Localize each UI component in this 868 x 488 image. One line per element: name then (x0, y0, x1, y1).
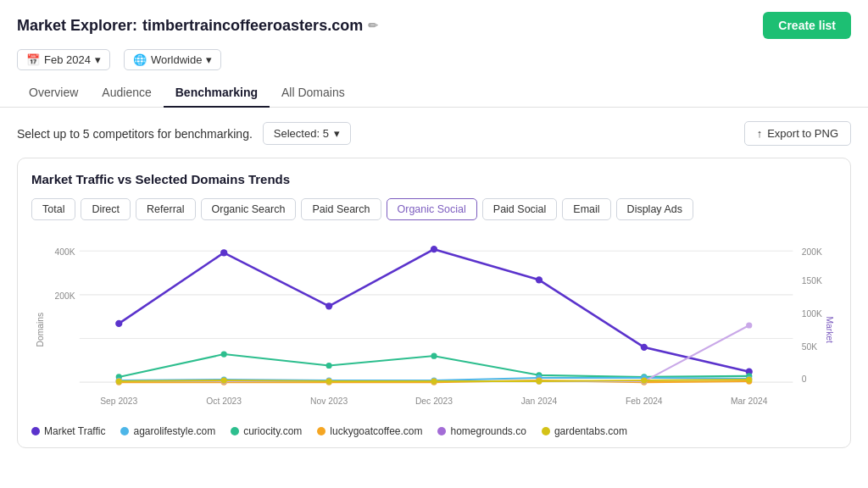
title-prefix: Market Explorer: (17, 17, 137, 35)
legend-lucky: luckygoatcoffee.com (317, 425, 422, 437)
svg-text:Oct 2023: Oct 2023 (206, 396, 242, 406)
chart-area: 400K 200K Domains 200K 150K 100K 50K 0 M… (31, 232, 837, 419)
header-title: Market Explorer: timbertraincoffeeroaste… (17, 17, 378, 35)
legend-curio: curiocity.com (231, 425, 302, 437)
svg-point-55 (116, 378, 122, 384)
svg-point-20 (115, 320, 122, 327)
benchmarking-instruction: Select up to 5 competitors for benchmark… (17, 127, 253, 141)
chart-legend: Market Traffic agarolifestyle.com curioc… (31, 425, 837, 437)
svg-point-58 (431, 378, 437, 384)
legend-dot-agaro (120, 427, 129, 435)
selected-label: Selected: 5 (274, 127, 329, 140)
legend-gardentabs: gardentabs.com (542, 425, 627, 437)
legend-dot-curio (231, 427, 239, 435)
legend-dot-gardentabs (542, 427, 550, 435)
svg-point-54 (746, 322, 752, 328)
chevron-down-icon-region: ▾ (206, 53, 212, 66)
svg-text:Mar 2024: Mar 2024 (731, 396, 768, 406)
legend-market-traffic: Market Traffic (31, 425, 105, 437)
traffic-tab-email[interactable]: Email (562, 198, 610, 220)
svg-text:Jan 2024: Jan 2024 (521, 396, 558, 406)
region-filter-button[interactable]: 🌐 Worldwide ▾ (124, 49, 221, 70)
svg-point-29 (326, 363, 331, 369)
selected-dropdown[interactable]: Selected: 5 ▾ (263, 122, 351, 145)
traffic-tabs: Total Direct Referral Organic Search Pai… (31, 198, 837, 220)
create-list-button[interactable]: Create list (763, 12, 851, 39)
legend-dot-homegrounds (437, 427, 446, 435)
svg-text:100K: 100K (802, 309, 822, 319)
legend-dot-market (31, 427, 40, 435)
chart-svg: 400K 200K Domains 200K 150K 100K 50K 0 M… (31, 232, 837, 419)
svg-text:400K: 400K (55, 247, 75, 257)
svg-text:50K: 50K (802, 342, 817, 352)
nav-tabs: Overview Audience Benchmarking All Domai… (0, 79, 868, 108)
traffic-tab-total[interactable]: Total (31, 198, 75, 220)
chart-title: Market Traffic vs Selected Domains Trend… (31, 172, 837, 186)
export-button[interactable]: ↑ Export to PNG (744, 121, 851, 146)
legend-label-homegrounds: homegrounds.co (450, 425, 526, 437)
svg-text:Sep 2023: Sep 2023 (100, 396, 137, 406)
svg-text:Nov 2023: Nov 2023 (310, 396, 348, 406)
region-filter-label: Worldwide (151, 53, 202, 66)
page-wrapper: Market Explorer: timbertraincoffeeroaste… (0, 0, 868, 488)
calendar-icon: 📅 (26, 53, 40, 66)
legend-label-curio: curiocity.com (243, 425, 302, 437)
svg-text:Market: Market (825, 316, 834, 343)
traffic-tab-referral[interactable]: Referral (136, 198, 195, 220)
content: Select up to 5 competitors for benchmark… (0, 108, 868, 457)
svg-point-59 (536, 378, 542, 384)
tab-overview[interactable]: Overview (17, 79, 90, 108)
globe-icon: 🌐 (133, 53, 147, 66)
tab-benchmarking[interactable]: Benchmarking (164, 79, 270, 108)
tab-audience[interactable]: Audience (90, 79, 163, 108)
svg-text:Feb 2024: Feb 2024 (626, 396, 663, 406)
svg-text:200K: 200K (802, 247, 822, 257)
traffic-tab-display-ads[interactable]: Display Ads (616, 198, 693, 220)
legend-homegrounds: homegrounds.co (437, 425, 526, 437)
benchmarking-left: Select up to 5 competitors for benchmark… (17, 122, 351, 145)
svg-text:Domains: Domains (36, 313, 45, 347)
traffic-tab-organic-search[interactable]: Organic Search (201, 198, 297, 220)
svg-point-28 (221, 351, 227, 357)
traffic-tab-paid-social[interactable]: Paid Social (482, 198, 558, 220)
filter-bar: 📅 Feb 2024 ▾ 🌐 Worldwide ▾ (0, 46, 868, 79)
export-label: Export to PNG (767, 127, 838, 140)
legend-label-agaro: agarolifestyle.com (133, 425, 215, 437)
svg-text:Dec 2023: Dec 2023 (415, 396, 453, 406)
traffic-tab-direct[interactable]: Direct (81, 198, 131, 220)
export-icon: ↑ (757, 127, 763, 140)
legend-agaro: agarolifestyle.com (120, 425, 215, 437)
svg-point-23 (431, 246, 437, 252)
domain-name: timbertraincoffeeroasters.com (142, 17, 363, 35)
legend-label-gardentabs: gardentabs.com (554, 425, 627, 437)
legend-label-market: Market Traffic (44, 425, 105, 437)
date-filter-label: Feb 2024 (44, 53, 91, 66)
svg-point-57 (326, 378, 331, 384)
chevron-down-icon: ▾ (95, 53, 101, 66)
date-filter-button[interactable]: 📅 Feb 2024 ▾ (17, 49, 110, 70)
svg-point-60 (641, 377, 647, 383)
svg-point-22 (326, 302, 332, 309)
svg-point-25 (641, 344, 648, 351)
chevron-down-icon-selected: ▾ (334, 127, 340, 140)
benchmarking-row: Select up to 5 competitors for benchmark… (17, 121, 851, 146)
svg-text:0: 0 (802, 374, 807, 384)
chart-card: Market Traffic vs Selected Domains Trend… (17, 158, 851, 448)
tab-all-domains[interactable]: All Domains (270, 79, 357, 108)
svg-point-30 (431, 353, 437, 359)
svg-text:150K: 150K (802, 276, 822, 286)
traffic-tab-paid-search[interactable]: Paid Search (301, 198, 381, 220)
edit-icon[interactable]: ✏ (368, 19, 378, 32)
traffic-tab-organic-social[interactable]: Organic Social (387, 198, 477, 220)
svg-point-24 (536, 276, 542, 283)
svg-point-61 (746, 376, 752, 382)
legend-label-lucky: luckygoatcoffee.com (330, 425, 422, 437)
header: Market Explorer: timbertraincoffeeroaste… (0, 0, 868, 46)
svg-text:200K: 200K (55, 291, 75, 301)
legend-dot-lucky (317, 427, 326, 435)
svg-point-21 (220, 249, 227, 256)
svg-point-56 (221, 377, 227, 383)
